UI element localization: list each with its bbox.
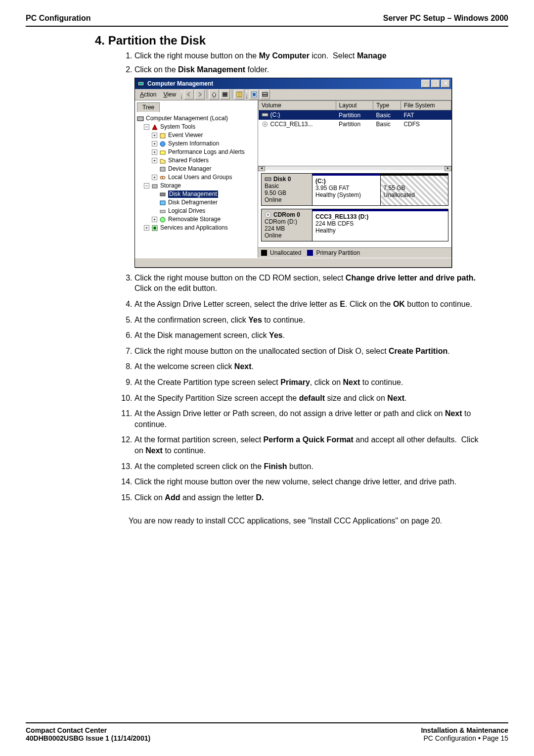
- minimize-button[interactable]: _: [421, 80, 430, 88]
- svg-rect-7: [263, 93, 267, 94]
- step-10: At the Specify Partition Size screen acc…: [134, 393, 483, 404]
- collapse-icon[interactable]: −: [144, 124, 149, 130]
- svg-rect-2: [222, 93, 227, 94]
- page-header-right: Server PC Setup – Windows 2000: [383, 14, 508, 23]
- tree-root[interactable]: Computer Management (Local): [137, 114, 256, 123]
- tree-removable-storage[interactable]: Removable Storage: [168, 216, 221, 223]
- drive-icon: [262, 112, 268, 119]
- step-15: Click on Add and assign the letter D.: [134, 492, 483, 503]
- tree-event-viewer[interactable]: Event Viewer: [168, 132, 203, 139]
- svg-rect-10: [160, 134, 165, 138]
- step-4: At the Assign Drive Letter screen, selec…: [134, 299, 483, 310]
- svg-rect-4: [222, 95, 227, 96]
- page-header-left: PC Configuration: [26, 14, 91, 23]
- menu-action[interactable]: Action: [137, 90, 159, 99]
- expand-icon[interactable]: +: [152, 217, 157, 222]
- expand-icon[interactable]: +: [152, 158, 157, 163]
- svg-rect-19: [160, 210, 165, 213]
- expand-icon[interactable]: +: [152, 175, 157, 180]
- col-filesystem[interactable]: File System: [400, 101, 451, 110]
- expand-icon[interactable]: +: [144, 225, 149, 231]
- legend-swatch-primary: [307, 250, 313, 256]
- intro-step-1: Click the right mouse button on the My C…: [134, 50, 483, 61]
- cd-icon: [262, 121, 268, 128]
- svg-rect-12: [160, 151, 165, 154]
- svg-point-20: [160, 217, 165, 222]
- nav-forward-icon[interactable]: [195, 90, 205, 99]
- svg-rect-16: [152, 185, 157, 188]
- partition-unallocated[interactable]: 7.55 GB Unallocated: [380, 174, 448, 205]
- settings-icon[interactable]: [260, 90, 270, 99]
- up-icon[interactable]: [209, 90, 219, 99]
- close-button[interactable]: ✕: [441, 80, 450, 88]
- expand-icon[interactable]: +: [152, 141, 157, 146]
- partition-cdrom[interactable]: CCC3_REL133 (D:) 224 MB CDFS Healthy: [312, 209, 448, 241]
- refresh-icon[interactable]: [249, 90, 259, 99]
- footer-left-2: 40DHB0002USBG Issue 1 (11/14/2001): [26, 734, 150, 742]
- scroll-right-icon[interactable]: ▸: [445, 166, 451, 171]
- svg-rect-23: [262, 113, 268, 116]
- collapse-icon[interactable]: −: [144, 183, 149, 189]
- menu-view[interactable]: View: [160, 90, 179, 99]
- table-row[interactable]: (C:) Partition Basic FAT: [259, 110, 451, 120]
- svg-rect-1: [139, 83, 143, 85]
- app-icon: [137, 80, 144, 87]
- table-row[interactable]: CCC3_REL13... Partition Basic CDFS: [259, 120, 451, 129]
- svg-point-15: [162, 176, 165, 179]
- volume-table: Volume Layout Type File System (C:) Part…: [258, 100, 451, 166]
- svg-rect-26: [265, 178, 271, 181]
- svg-rect-17: [160, 193, 165, 196]
- cdrom0-row: CDRom 0 CDRom (D:) 224 MB Online CCC3_RE…: [261, 209, 448, 241]
- col-type[interactable]: Type: [373, 101, 401, 110]
- tree-shared-folders[interactable]: Shared Folders: [168, 157, 209, 164]
- step-3: Click the right mouse button on the CD R…: [134, 273, 483, 294]
- svg-rect-3: [222, 94, 227, 95]
- step-7: Click the right mouse button on the unal…: [134, 346, 483, 357]
- step-12: At the format partition screen, select P…: [134, 434, 483, 456]
- tree-system-information[interactable]: System Information: [168, 140, 219, 147]
- nav-back-icon[interactable]: [184, 90, 194, 99]
- disk-icon: [265, 176, 271, 183]
- tree-tab[interactable]: Tree: [137, 102, 160, 112]
- col-volume[interactable]: Volume: [259, 101, 336, 110]
- tree-view: Computer Management (Local) −System Tool…: [135, 112, 258, 247]
- window-title: Computer Management: [147, 81, 213, 87]
- cdrom-icon: [265, 211, 271, 218]
- tree-local-users[interactable]: Local Users and Groups: [168, 174, 232, 181]
- tree-system-tools[interactable]: System Tools: [160, 123, 195, 131]
- svg-point-22: [153, 227, 156, 230]
- legend-swatch-unallocated: [261, 250, 267, 256]
- step-8: At the welcome screen click Next.: [134, 361, 483, 372]
- disk0-row: Disk 0 Basic 9.50 GB Online (C:) 3.95 GB…: [261, 173, 448, 206]
- horizontal-scrollbar[interactable]: ◂ ▸: [258, 166, 451, 170]
- svg-point-25: [264, 123, 266, 125]
- step-5: At the confirmation screen, click Yes to…: [134, 315, 483, 326]
- footer-left-1: Compact Contact Center: [26, 726, 150, 734]
- tree-disk-defrag[interactable]: Disk Defragmenter: [168, 199, 218, 206]
- legend: Unallocated Primary Partition: [258, 247, 451, 258]
- show-list-icon[interactable]: [220, 90, 230, 99]
- expand-icon[interactable]: +: [152, 133, 157, 138]
- maximize-button[interactable]: ▢: [431, 80, 440, 88]
- svg-rect-9: [137, 117, 143, 121]
- tree-device-manager[interactable]: Device Manager: [168, 165, 211, 173]
- properties-icon[interactable]: [234, 90, 244, 99]
- section-heading: 4. Partition the Disk: [95, 34, 508, 47]
- expand-icon[interactable]: +: [152, 149, 157, 155]
- tree-services-apps[interactable]: Services and Applications: [160, 224, 228, 232]
- partition-c[interactable]: (C:) 3.95 GB FAT Healthy (System): [312, 174, 380, 205]
- tree-storage[interactable]: Storage: [160, 182, 181, 189]
- step-11: At the Assign Drive letter or Path scree…: [134, 408, 483, 429]
- svg-rect-13: [160, 167, 165, 171]
- scroll-left-icon[interactable]: ◂: [258, 166, 265, 171]
- tree-perf-logs[interactable]: Performance Logs and Alerts: [168, 148, 245, 156]
- step-9: At the Create Partition type screen sele…: [134, 377, 483, 388]
- window-computer-management: Computer Management _ ▢ ✕ Action View: [134, 78, 452, 268]
- tree-logical-drives[interactable]: Logical Drives: [168, 207, 205, 215]
- col-layout[interactable]: Layout: [336, 101, 373, 110]
- step-13: At the completed screen click on the Fin…: [134, 461, 483, 472]
- step-6: At the Disk management screen, click Yes…: [134, 330, 483, 341]
- svg-rect-8: [263, 95, 267, 96]
- svg-point-11: [160, 142, 165, 146]
- tree-disk-management[interactable]: Disk Management: [168, 190, 218, 198]
